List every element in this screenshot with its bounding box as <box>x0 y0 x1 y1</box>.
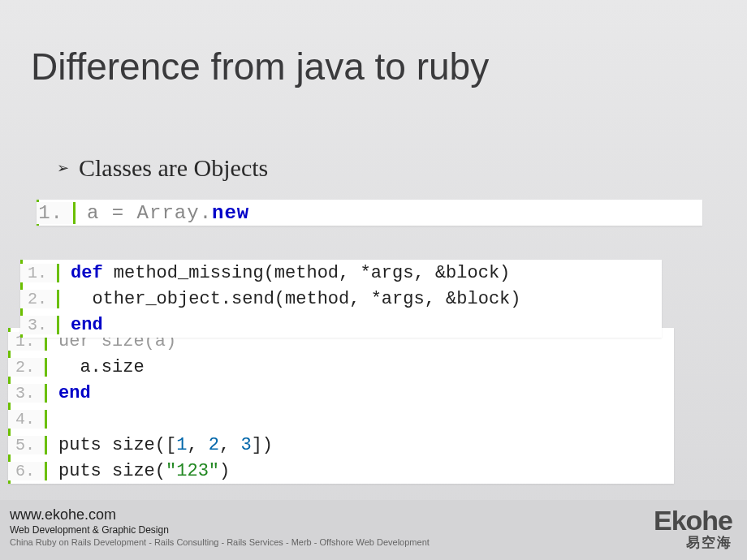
code-content: end <box>59 315 103 335</box>
line-number: 2. <box>8 358 47 377</box>
footer-url: www.ekohe.com <box>10 506 737 523</box>
code-content: def method_missing(method, *args, &block… <box>59 263 510 283</box>
line-number: 1. <box>20 264 59 282</box>
footer: www.ekohe.com Web Development & Graphic … <box>0 500 747 560</box>
code-content: puts size([1, 2, 3]) <box>47 435 273 455</box>
logo-sub-text: 易空海 <box>654 533 732 552</box>
line-number: 1. <box>37 202 76 224</box>
line-number: 3. <box>8 384 47 403</box>
line-number: 3. <box>20 316 59 334</box>
bullet-item: ➢ Classes are Objects <box>57 154 715 182</box>
line-number: 5. <box>8 436 47 454</box>
code-content: end <box>47 383 91 403</box>
code-content: a = Array.new <box>76 202 249 224</box>
code-line: 1. a = Array.new <box>39 200 702 226</box>
line-number: 4. <box>8 410 47 429</box>
code-line: 5. puts size([1, 2, 3]) <box>11 432 674 458</box>
chevron-icon: ➢ <box>57 161 69 175</box>
logo-main-text: Ekohe <box>654 508 732 533</box>
code-content: a.size <box>47 357 145 377</box>
code-line: 3. end <box>11 380 674 406</box>
code-content: other_object.send(method, *args, &block) <box>59 289 521 309</box>
content-area: ➢ Classes are Objects <box>57 154 715 196</box>
code-block-method-missing: 1. def method_missing(method, *args, &bl… <box>20 260 662 338</box>
code-content: puts size("123") <box>47 461 230 481</box>
code-block-size: 1. uer size(a) 2. a.size 3. end 4. 5. pu… <box>8 328 674 484</box>
line-number: 2. <box>20 290 59 308</box>
code-line: 4. <box>11 406 674 432</box>
code-line: 3. end <box>23 312 662 338</box>
code-block-array-new: 1. a = Array.new <box>37 200 702 226</box>
slide-title: Difference from java to ruby <box>31 45 489 88</box>
code-line: 2. other_object.send(method, *args, &blo… <box>23 286 662 312</box>
footer-subtitle: Web Development & Graphic Design <box>10 524 737 536</box>
bullet-text: Classes are Objects <box>79 154 268 182</box>
code-line: 6. puts size("123") <box>11 458 674 484</box>
code-line: 2. a.size <box>11 354 674 380</box>
code-line: 1. def method_missing(method, *args, &bl… <box>23 260 662 286</box>
logo: Ekohe 易空海 <box>654 508 732 552</box>
line-number: 6. <box>8 462 47 480</box>
footer-description: China Ruby on Rails Development - Rails … <box>10 537 737 547</box>
